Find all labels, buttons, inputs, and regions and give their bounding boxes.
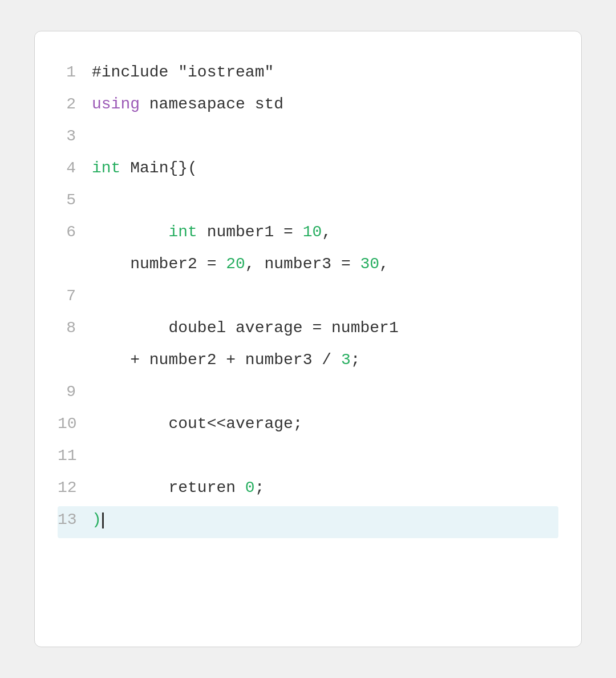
number-0: 0 [245, 479, 255, 497]
code-line-6: 6 int number1 = 10, [58, 219, 558, 251]
code-line-4: 4 int Main{}( [58, 155, 558, 187]
line-number-5: 5 [58, 187, 92, 214]
line-content-9 [92, 378, 558, 406]
line-content-13: ) [92, 506, 558, 534]
comma-1: , [322, 223, 331, 241]
code-line-10: 10 cout<<average; [58, 410, 558, 442]
line-content-4: int Main{}( [92, 155, 558, 182]
line-number-2: 2 [58, 91, 92, 118]
text-cursor [102, 512, 104, 528]
code-line-13: 13 ) [58, 506, 558, 538]
text-number3: , number3 = [245, 255, 360, 273]
keyword-int-1: int [92, 159, 120, 177]
code-line-9: 9 [58, 378, 558, 410]
line-content-6b: number2 = 20, number3 = 30, [92, 251, 558, 278]
text-namespace: namesapace std [140, 95, 283, 113]
line-content-5 [92, 187, 558, 214]
line-content-2: using namesapace std [92, 91, 558, 118]
semicolon-1: ; [351, 351, 360, 369]
code-line-12: 12 returen 0; [58, 474, 558, 506]
code-line-8b: + number2 + number3 / 3; [58, 346, 558, 378]
text-number1-a: number1 = [197, 223, 303, 241]
text-returen: returen [92, 479, 245, 497]
line-content-1: #include "iostream" [92, 59, 558, 86]
code-line-11: 11 [58, 442, 558, 474]
code-line-5: 5 [58, 187, 558, 219]
keyword-int-2: int [168, 223, 197, 241]
line-number-6: 6 [58, 219, 92, 246]
line-content-12: returen 0; [92, 474, 558, 502]
semicolon-2: ; [255, 479, 265, 497]
line-content-6: int number1 = 10, [92, 219, 558, 246]
code-block: 1 #include "iostream" 2 using namesapace… [58, 59, 558, 538]
line-number-9: 9 [58, 378, 92, 406]
line-number-7: 7 [58, 282, 92, 310]
code-line-8: 8 doubel average = number1 [58, 314, 558, 346]
code-line-7: 7 [58, 282, 558, 314]
closing-brace: ) [92, 511, 102, 528]
code-line-2: 2 using namesapace std [58, 91, 558, 123]
line-content-8: doubel average = number1 [92, 314, 558, 342]
number-30: 30 [360, 255, 380, 273]
code-line-1: 1 #include "iostream" [58, 59, 558, 91]
text-number2: number2 = [92, 255, 226, 273]
number-10: 10 [303, 223, 322, 241]
line-number-12: 12 [58, 474, 92, 502]
code-line-3: 3 [58, 123, 558, 155]
text-formula: + number2 + number3 / [92, 351, 341, 369]
line-number-4: 4 [58, 155, 92, 182]
line-content-10: cout<<average; [92, 410, 558, 438]
line-number-1: 1 [58, 59, 92, 86]
number-20: 20 [226, 255, 245, 273]
text-main: Main{}( [120, 159, 197, 177]
line-content-7 [92, 282, 558, 310]
line-number-13: 13 [58, 506, 92, 534]
line-number-3: 3 [58, 123, 92, 150]
indent-6 [92, 223, 168, 241]
code-editor: 1 #include "iostream" 2 using namesapace… [34, 31, 582, 647]
line-content-11 [92, 442, 558, 470]
code-line-6b: number2 = 20, number3 = 30, [58, 251, 558, 282]
line-number-10: 10 [58, 410, 92, 438]
line-number-8: 8 [58, 314, 92, 342]
line-number-11: 11 [58, 442, 92, 470]
line-content-8b: + number2 + number3 / 3; [92, 346, 558, 374]
number-3: 3 [341, 351, 351, 369]
comma-2: , [379, 255, 389, 273]
line-content-3 [92, 123, 558, 150]
keyword-using: using [92, 95, 140, 113]
